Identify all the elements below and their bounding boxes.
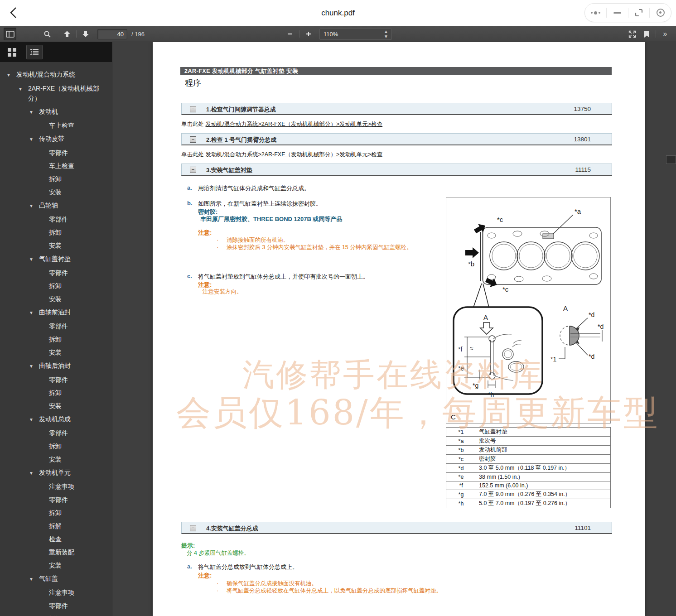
outline-item[interactable]: 安装 [0, 347, 108, 357]
outline-item[interactable]: 拆卸 [0, 227, 108, 237]
procedure-link[interactable]: 发动机/混合动力系统>2AR-FXE（发动机机械部分）>发动机单元>检查 [205, 121, 382, 127]
caret-down-icon[interactable]: ▼ [29, 254, 39, 265]
outline-item[interactable]: 安装 [0, 241, 108, 250]
procedure-link[interactable]: 发动机/混合动力系统>2AR-FXE（发动机机械部分）>发动机单元>检查 [205, 151, 382, 158]
scrollbar-thumb[interactable] [666, 155, 676, 164]
outline-item[interactable]: 零部件 [0, 214, 108, 224]
minimize-icon[interactable] [607, 4, 628, 22]
caret-down-icon[interactable]: ▼ [29, 307, 39, 318]
outline-item[interactable]: 注意事项 [0, 481, 108, 491]
outline-item[interactable]: ▼发动机单元 [0, 467, 108, 478]
outline-item[interactable]: 拆卸 [0, 334, 108, 344]
find-icon[interactable] [41, 28, 53, 40]
outline-item[interactable]: 安装 [0, 187, 108, 197]
page-up-icon[interactable] [61, 28, 73, 40]
outline-item[interactable]: 拆卸 [0, 441, 108, 451]
notice-list: ·清除接触面的所有机油。·涂抹密封胶后 3 分钟内安装气缸盖衬垫，并在 15 分… [217, 237, 443, 251]
collapse-icon[interactable]: − [190, 106, 196, 112]
caret-down-icon[interactable]: ▼ [29, 467, 39, 478]
outline-item[interactable]: 零部件 [0, 428, 108, 438]
outline-item[interactable]: 零部件 [0, 268, 108, 278]
caret-down-icon[interactable]: ▼ [29, 361, 39, 371]
more-tools-icon[interactable]: » [659, 28, 671, 40]
outline-item[interactable]: 零部件 [0, 375, 108, 385]
caret-spacer [39, 187, 49, 188]
zoom-in-icon[interactable] [302, 28, 315, 40]
collapse-icon[interactable]: − [190, 167, 196, 173]
outline-item[interactable]: 拆卸 [0, 508, 108, 518]
figure-label: *d [589, 311, 594, 318]
outline-item[interactable]: 零部件 [0, 321, 108, 331]
caret-down-icon[interactable]: ▼ [29, 134, 39, 144]
outline-item[interactable]: 拆卸 [0, 281, 108, 291]
bookmark-icon[interactable] [640, 28, 653, 40]
outline-item[interactable]: 安装 [0, 294, 108, 304]
outline-item[interactable]: 拆卸 [0, 174, 108, 184]
page-number-input[interactable] [97, 29, 127, 39]
zoom-out-icon[interactable] [284, 28, 296, 40]
caret-down-icon[interactable]: ▼ [29, 200, 39, 211]
legend-key: *a [446, 437, 476, 446]
float-window-icon[interactable] [628, 4, 650, 22]
outline-item-label: 拆卸 [49, 174, 108, 184]
caret-spacer [39, 214, 49, 215]
outline-item[interactable]: 零部件 [0, 495, 108, 505]
outline-item[interactable]: 拆解 [0, 614, 108, 616]
caret-spacer [39, 401, 49, 402]
outline-item[interactable]: 车上检查 [0, 161, 108, 171]
outline-item[interactable]: ▼气缸盖衬垫 [0, 254, 108, 265]
legend-row: *h5.0 至 7.0 mm（0.197 至 0.276 in.） [446, 499, 611, 508]
outline-item[interactable]: 检查 [0, 534, 108, 544]
record-circle-icon[interactable] [650, 4, 671, 22]
legend-value: 7.0 至 9.0 mm（0.276 至 0.354 in.） [476, 490, 611, 499]
outline-item-label: 拆解 [49, 614, 108, 616]
sidebar-toggle-icon[interactable] [4, 28, 16, 40]
outline-item[interactable]: ▼凸轮轴 [0, 200, 108, 211]
hint-label: 提示: [181, 542, 195, 550]
outline-item[interactable]: 重新装配 [0, 547, 108, 557]
caret-down-icon[interactable]: ▼ [18, 83, 28, 94]
outline-item[interactable]: 安装 [0, 454, 108, 464]
collapse-icon[interactable]: − [190, 136, 196, 143]
collapse-icon[interactable]: − [190, 525, 196, 531]
legend-key: *d [446, 464, 476, 473]
caret-down-icon[interactable]: ▼ [29, 414, 39, 425]
outline-item[interactable]: ▼曲轴前油封 [0, 307, 108, 318]
outline-item[interactable]: ▼发动机/混合动力系统 [0, 69, 108, 80]
zoom-level-select[interactable]: 110% ▲▼ [319, 29, 392, 40]
outline-item[interactable]: 拆卸 [0, 388, 108, 398]
outline-item[interactable]: 安装 [0, 560, 108, 570]
outline-item[interactable]: ▼发动机 [0, 106, 108, 117]
outline-item[interactable]: ▼2AR-FXE（发动机机械部分） [0, 83, 108, 103]
caret-down-icon[interactable]: ▼ [6, 69, 16, 80]
outline-item[interactable]: 拆解 [0, 521, 108, 531]
notice-bullet: ·涂抹密封胶后 3 分钟内安装气缸盖衬垫，并在 15 分钟内紧固气缸盖螺栓。 [217, 244, 443, 251]
outline-item[interactable]: 安装 [0, 401, 108, 411]
outline-view-icon[interactable] [26, 45, 43, 59]
legend-row: *1气缸盖衬垫 [446, 428, 611, 437]
thumbnails-view-icon[interactable] [4, 45, 20, 59]
caret-spacer [39, 508, 49, 509]
figure-label: *e [458, 365, 464, 372]
outline-item-label: 车上检查 [49, 161, 108, 171]
caret-spacer [39, 268, 49, 269]
pdf-viewer-area: 2AR-FXE 发动机机械部分 气缸盖衬垫 安装 程序 − 1.检查气门间隙调节… [112, 42, 676, 616]
outline-item[interactable]: ▼气缸盖 [0, 573, 108, 584]
procedure-section-1: − 1.检查气门间隙调节器总成 13750 [181, 103, 612, 115]
outline-item[interactable]: 注意事项 [0, 587, 108, 597]
caret-down-icon[interactable]: ▼ [29, 573, 39, 584]
divider [656, 30, 656, 38]
caret-down-icon[interactable]: ▼ [29, 106, 39, 117]
gasket-diagram: *a [446, 197, 610, 423]
more-menu-icon[interactable] [585, 4, 606, 22]
outline-item[interactable]: ▼发动机总成 [0, 414, 108, 425]
outline-item[interactable]: ▼传动皮带 [0, 134, 108, 144]
page-count-label: / 196 [131, 31, 145, 38]
outline-item[interactable]: 零部件 [0, 148, 108, 158]
outline-item[interactable]: 零部件 [0, 601, 108, 611]
outline-item[interactable]: ▼曲轴后油封 [0, 361, 108, 371]
presentation-mode-icon[interactable] [626, 28, 638, 40]
page-down-icon[interactable] [79, 28, 92, 40]
section-code: 13801 [574, 136, 591, 143]
outline-item[interactable]: 车上检查 [0, 120, 108, 130]
